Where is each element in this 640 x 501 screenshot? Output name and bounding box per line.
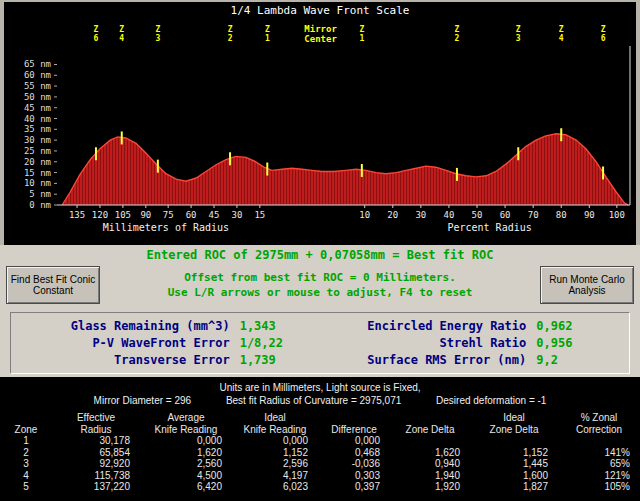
cell: 0,000	[232, 435, 318, 447]
pv-wavefront-value: 1/8,22	[240, 335, 320, 352]
cell: 1	[0, 435, 52, 447]
svg-text:1: 1	[359, 34, 364, 43]
svg-text:Z: Z	[559, 25, 564, 34]
col-header	[390, 412, 470, 424]
zone-row: 3 92,920 2,560 2,596 -0,036 0,940 1,445 …	[0, 458, 640, 470]
cell: 6,023	[232, 481, 318, 493]
cell: 105%	[558, 481, 640, 493]
svg-text:3: 3	[155, 34, 160, 43]
find-best-fit-conic-button[interactable]: Find Best Fit Conic Constant	[6, 266, 100, 304]
adjust-hint-text: Use L/R arrows or mouse to adjust, F4 to…	[106, 285, 534, 300]
svg-text:15: 15	[254, 210, 265, 220]
svg-text:65 nm: 65 nm	[24, 59, 51, 69]
svg-text:4: 4	[559, 34, 564, 43]
svg-text:45 nm: 45 nm	[24, 103, 51, 113]
svg-text:90: 90	[584, 210, 595, 220]
col-header: % Zonal	[558, 412, 640, 424]
cell: 115,738	[52, 470, 140, 482]
col-header: Zone	[0, 424, 52, 436]
svg-text:60: 60	[500, 210, 511, 220]
svg-text:45: 45	[209, 210, 220, 220]
svg-text:Percent Radius: Percent Radius	[447, 222, 531, 233]
cell: 30,178	[52, 435, 140, 447]
mirror-diameter-text: Mirror Diameter = 296	[94, 395, 192, 406]
cell: 1,152	[470, 447, 558, 459]
svg-text:120: 120	[92, 210, 108, 220]
control-panel: Entered ROC of 2975mm + 0,07058mm = Best…	[0, 245, 640, 377]
cell: 0,940	[390, 458, 470, 470]
col-header: Difference	[318, 424, 390, 436]
run-monte-carlo-button[interactable]: Run Monte Carlo Analysis	[540, 266, 634, 304]
svg-text:35 nm: 35 nm	[24, 124, 51, 134]
offset-info: Offset from best fit ROC = 0 Millimeters…	[106, 266, 534, 300]
col-header: Correction	[558, 424, 640, 436]
svg-text:6: 6	[601, 34, 606, 43]
svg-text:90: 90	[140, 210, 151, 220]
surface-rms-label: Surface RMS Error (nm)	[320, 352, 536, 369]
svg-text:6: 6	[94, 34, 99, 43]
col-header: Zone Delta	[390, 424, 470, 436]
cell: 65,854	[52, 447, 140, 459]
col-header: Ideal	[470, 412, 558, 424]
zone-row: 2 65,854 1,620 1,152 0,468 1,620 1,152 1…	[0, 447, 640, 459]
svg-text:4: 4	[119, 34, 124, 43]
svg-text:2: 2	[455, 34, 460, 43]
cell: 4	[0, 470, 52, 482]
encircled-energy-value: 0,962	[536, 318, 629, 335]
mirror-parameters-line: Mirror Diameter = 296 Best fit Radius of…	[0, 394, 640, 407]
cell: -0,036	[318, 458, 390, 470]
cell: 65%	[558, 458, 640, 470]
svg-text:135: 135	[69, 210, 85, 220]
svg-text:Z: Z	[155, 25, 160, 34]
zone-table-panel: Units are in Millimeters, Light source i…	[0, 377, 640, 501]
cell: 137,220	[52, 481, 140, 493]
cell: 1,620	[140, 447, 232, 459]
cell: 4,197	[232, 470, 318, 482]
strehl-ratio-value: 0,956	[536, 335, 629, 352]
cell: 4,500	[140, 470, 232, 482]
cell: 0,000	[140, 435, 232, 447]
col-header: Ideal	[232, 412, 318, 424]
cell: 2	[0, 447, 52, 459]
roc-controls-row: Find Best Fit Conic Constant Offset from…	[0, 266, 640, 308]
pv-wavefront-label: P-V WaveFront Error	[11, 335, 240, 352]
svg-text:50 nm: 50 nm	[24, 92, 51, 102]
stats-row: P-V WaveFront Error 1/8,22 Strehl Ratio …	[11, 335, 629, 352]
cell: 0,468	[318, 447, 390, 459]
svg-text:Z: Z	[119, 25, 124, 34]
cell: 1,920	[390, 481, 470, 493]
cell: 6,420	[140, 481, 232, 493]
col-header	[0, 412, 52, 424]
svg-text:Millimeters of Radius: Millimeters of Radius	[103, 222, 229, 233]
svg-text:20: 20	[387, 210, 398, 220]
svg-text:60: 60	[186, 210, 197, 220]
glass-remaining-value: 1,343	[240, 318, 320, 335]
zone-row: 4 115,738 4,500 4,197 0,303 1,940 1,600 …	[0, 470, 640, 482]
cell: 3	[0, 458, 52, 470]
zone-row: 1 30,178 0,000 0,000 0,000	[0, 435, 640, 447]
svg-text:Z: Z	[228, 25, 233, 34]
svg-text:10: 10	[359, 210, 370, 220]
svg-text:1/4 Lambda Wave Front Scale: 1/4 Lambda Wave Front Scale	[231, 4, 410, 17]
cell: 1,445	[470, 458, 558, 470]
svg-text:75: 75	[163, 210, 174, 220]
col-header: Zone Delta	[470, 424, 558, 436]
cell: 2,560	[140, 458, 232, 470]
cell: 1,827	[470, 481, 558, 493]
svg-text:0 nm: 0 nm	[29, 200, 51, 210]
wavefront-chart: 1/4 Lambda Wave Front Scale65 nm60 nm55 …	[4, 2, 636, 245]
statistics-panel: Glass Remaining (mm^3) 1,343 Encircled E…	[10, 312, 630, 374]
col-header: Knife Reading	[232, 424, 318, 436]
zone-table: Effective Average Ideal Ideal % Zonal Zo…	[0, 412, 640, 493]
transverse-error-value: 1,739	[240, 352, 320, 369]
col-header: Effective	[52, 412, 140, 424]
svg-text:Z: Z	[601, 25, 606, 34]
surface-rms-value: 9,2	[536, 352, 629, 369]
entered-roc-text: Entered ROC of 2975mm + 0,07058mm = Best…	[0, 248, 640, 263]
cell	[558, 435, 640, 447]
cell	[470, 435, 558, 447]
svg-text:1: 1	[265, 34, 270, 43]
figure-analysis-window: 1/4 Lambda Wave Front Scale65 nm60 nm55 …	[0, 0, 640, 501]
svg-text:55 nm: 55 nm	[24, 81, 51, 91]
cell: 5	[0, 481, 52, 493]
